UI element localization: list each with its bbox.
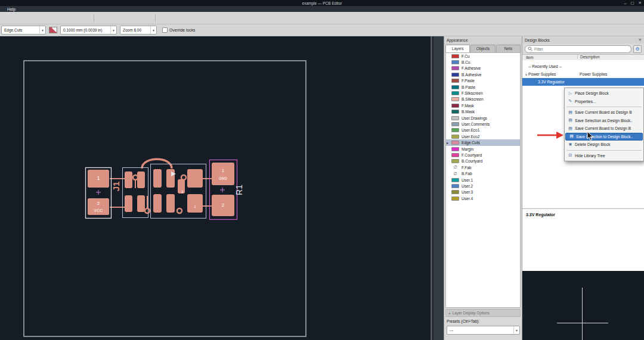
layer-color-swatch[interactable]	[451, 153, 459, 157]
track-width-select[interactable]: 0.1000 mm (0.0039 in) ▼	[60, 26, 117, 35]
layer-color-swatch[interactable]	[451, 135, 459, 139]
grid-settings-icon[interactable]	[70, 13, 79, 23]
layer-row[interactable]: B.Paste	[446, 84, 520, 90]
minimize-icon[interactable]: –	[624, 1, 627, 5]
close-icon[interactable]: ✕	[639, 1, 642, 5]
footprint-left-connector[interactable]: 1 2 VCC J1	[86, 168, 122, 219]
highlight-item-icon[interactable]	[435, 83, 443, 92]
refresh-view-icon[interactable]	[47, 13, 57, 23]
layer-row[interactable]: F.Paste	[446, 78, 520, 84]
layer-row[interactable]: F.Mask	[446, 102, 520, 108]
layer-color-swatch[interactable]	[451, 104, 459, 108]
layer-row[interactable]: F.Cu	[446, 53, 520, 59]
maximize-icon[interactable]: ▢	[630, 1, 634, 5]
layer-row[interactable]: User.2	[446, 183, 520, 189]
override-locks-checkbox[interactable]	[162, 27, 168, 33]
layer-color-swatch[interactable]	[451, 190, 459, 194]
draw-circle-icon[interactable]	[435, 139, 443, 147]
grid-origin-icon[interactable]	[81, 13, 91, 23]
settings-gear-button[interactable]: ⚙	[633, 45, 642, 53]
close-panel-icon[interactable]: ✕	[639, 38, 642, 42]
layer-color-swatch[interactable]	[451, 73, 459, 77]
filter-input[interactable]	[534, 47, 628, 51]
layer-color-swatch[interactable]	[451, 66, 459, 70]
layer-row[interactable]: B.Cu	[446, 59, 520, 65]
layer-row[interactable]: B.Adhesive	[446, 71, 520, 77]
delete-tool-icon[interactable]	[435, 205, 443, 214]
menu-save-selection-to-design-block[interactable]: ▤ Save Selection to Design Block..	[565, 133, 643, 141]
tab-objects[interactable]: Objects	[470, 45, 495, 52]
layer-row[interactable]: F.Courtyard	[446, 152, 520, 158]
tab-nets[interactable]: Nets	[496, 45, 521, 52]
layer-color-swatch[interactable]	[451, 128, 459, 132]
zoom-selection-icon[interactable]	[36, 13, 45, 23]
layer-color-swatch[interactable]	[451, 97, 459, 101]
layer-color-swatch[interactable]	[451, 141, 459, 145]
menu-properties[interactable]: ✎ Properties...	[565, 98, 643, 106]
layer-color-swatch[interactable]	[451, 116, 459, 120]
layer-row[interactable]: F.Silkscreen	[446, 90, 520, 96]
layer-row[interactable]: Margin	[446, 146, 520, 152]
print-icon[interactable]	[143, 13, 152, 23]
layer-row[interactable]: User.Eco1	[446, 127, 520, 133]
textbox-tool-icon[interactable]	[435, 172, 443, 180]
zoom-in-icon[interactable]	[2, 13, 11, 23]
expander-icon[interactable]: ∨	[524, 73, 528, 76]
layer-row[interactable]: B.Courtyard	[446, 158, 520, 164]
layer-row[interactable]: User.Comments	[446, 121, 520, 127]
tree-row-power-supplies[interactable]: ∨ Power Supplies Power Supplies	[522, 70, 644, 78]
menu-help[interactable]: Help	[5, 7, 18, 11]
grid-origin-tool-icon[interactable]	[435, 239, 443, 247]
dimension-tool-icon[interactable]	[435, 194, 443, 202]
pcb-canvas[interactable]: 1 2 VCC J1	[0, 36, 433, 340]
layer-row[interactable]: User.4	[446, 195, 520, 201]
menu-save-selection-as-design-block[interactable]: ▤ Save Selection as Design Block..	[565, 117, 643, 125]
route-track-icon[interactable]	[435, 73, 443, 81]
design-block-preview[interactable]	[522, 271, 644, 340]
layer-color-swatch[interactable]	[451, 178, 459, 182]
tab-layers[interactable]: Layers	[445, 45, 470, 52]
layer-display-options[interactable]: Layer Display Options	[445, 309, 521, 317]
draw-arc-icon[interactable]	[435, 117, 443, 125]
layer-color-swatch[interactable]	[451, 147, 459, 151]
edit-tool-icon[interactable]	[435, 95, 443, 103]
layer-row[interactable]: Edge.Cuts	[446, 139, 520, 145]
layer-row[interactable]: B.Mask	[446, 109, 520, 115]
layer-row[interactable]: User.Eco2	[446, 133, 520, 139]
layer-row[interactable]: User.3	[446, 189, 520, 195]
rotate-icon[interactable]	[58, 13, 68, 23]
zoom-fit-icon[interactable]	[24, 13, 34, 23]
layer-row[interactable]: ∅ F.Fab	[446, 164, 520, 170]
table-tool-icon[interactable]	[435, 183, 443, 192]
layers-manager-icon[interactable]	[170, 13, 179, 23]
zoom-select[interactable]: Zoom 8.00 ▼	[120, 26, 157, 35]
menu-hide-library-tree[interactable]: ⊟ Hide Library Tree	[565, 152, 643, 160]
layer-color-swatch[interactable]	[451, 159, 459, 163]
measure-tool-icon[interactable]	[435, 227, 443, 236]
layer-color-swatch[interactable]	[451, 79, 459, 83]
layer-color-swatch[interactable]	[451, 110, 459, 114]
highlight-net-icon[interactable]	[435, 51, 443, 59]
layer-color-swatch[interactable]	[451, 184, 459, 188]
draw-line-icon[interactable]	[435, 106, 443, 114]
select-tool-icon[interactable]	[435, 39, 443, 48]
draw-rect-icon[interactable]	[435, 128, 443, 136]
ratsnest-icon[interactable]	[435, 61, 443, 70]
footprint-middle-cluster[interactable]: 2 1	[123, 164, 206, 219]
tree-row-recently-used[interactable]: -- Recently Used --	[522, 63, 644, 70]
lock-icon[interactable]	[97, 13, 107, 23]
zone-fill-icon[interactable]	[435, 249, 443, 258]
layer-row[interactable]: User.Drawings	[446, 115, 520, 121]
column-item[interactable]: Item	[522, 55, 534, 60]
origin-tool-icon[interactable]	[435, 217, 443, 225]
menu-delete-design-block[interactable]: ✖ Delete Design Block	[565, 141, 643, 149]
unlock-icon[interactable]	[109, 13, 118, 23]
drc-check-icon[interactable]	[159, 13, 168, 23]
menu-save-board-as-design-block[interactable]: ▤ Save Current Board as Design B	[565, 108, 643, 117]
layer-row[interactable]: F.Adhesive	[446, 65, 520, 71]
active-layer-select[interactable]: Edge.Cuts ▼	[1, 26, 46, 35]
presets-select[interactable]: --- ▼	[447, 326, 520, 335]
menu-save-board-to-design-block[interactable]: ▤ Save Current Board to Design B	[565, 124, 643, 133]
find-icon[interactable]	[131, 13, 141, 23]
layer-row[interactable]: B.Silkscreen	[446, 96, 520, 102]
